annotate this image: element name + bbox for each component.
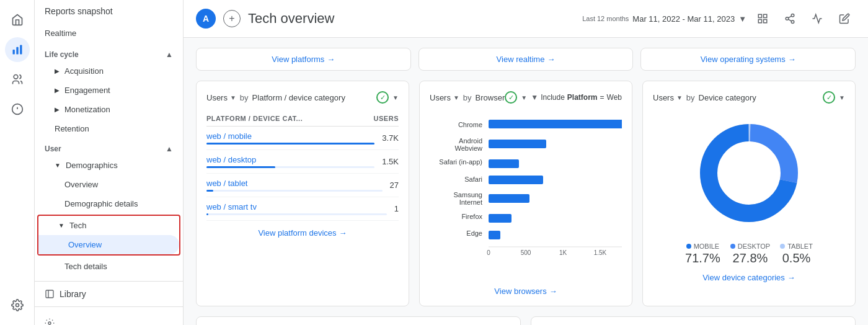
table-row[interactable]: web / smart tv 1	[206, 197, 399, 221]
browser-label-chrome: Chrome	[458, 121, 482, 128]
retention-nav[interactable]: Retention	[35, 119, 183, 138]
card3-dropdown-icon[interactable]: ▼	[676, 94, 683, 101]
expand-icon: ▼	[58, 222, 64, 229]
bar-container	[206, 190, 383, 192]
settings-nav[interactable]	[35, 312, 183, 325]
reports-snapshot-nav[interactable]: Reports snapshot	[35, 0, 183, 22]
view-operating-systems-card[interactable]: View operating systems →	[640, 48, 856, 71]
expand-icon: ▶	[55, 87, 60, 94]
overview-nav[interactable]: Overview	[35, 175, 183, 194]
view-realtime-link[interactable]: View realtime →	[497, 55, 556, 64]
row-label: web / smart tv	[206, 202, 387, 211]
svg-text:1.5K: 1.5K	[594, 249, 607, 256]
col-platform-header: PLATFORM / DEVICE CAT...	[206, 115, 303, 122]
svg-point-17	[791, 20, 794, 24]
monetization-nav[interactable]: ▶ Monetization	[35, 100, 183, 119]
arrow-icon: →	[327, 55, 335, 64]
library-label: Library	[60, 289, 86, 299]
bar-fill	[206, 166, 275, 168]
tech-nav[interactable]: ▼ Tech	[38, 216, 179, 235]
demographics-nav[interactable]: ▼ Demographics	[35, 156, 183, 175]
row-value: 1.5K	[382, 157, 399, 166]
date-range-picker[interactable]: Last 12 months Mar 11, 2022 - Mar 11, 20…	[582, 14, 746, 24]
browser-bar-chart-svg: Chrome Android Webview Safari (in-app) S…	[430, 114, 622, 275]
legend-mobile: MOBILE 71.7%	[685, 243, 720, 265]
avatar[interactable]: A	[196, 9, 216, 29]
expand-icon: ▼	[55, 162, 61, 169]
mobile-dot	[686, 244, 691, 249]
analytics-nav-icon[interactable]	[5, 37, 30, 62]
card3-metric[interactable]: Users	[653, 93, 674, 102]
row-value: 27	[390, 180, 399, 190]
view-platform-devices-link[interactable]: View platform devices →	[258, 228, 347, 238]
customize-report-button[interactable]	[751, 7, 774, 30]
view-device-categories-link[interactable]: View device categories →	[702, 273, 795, 282]
card3-settings-dropdown[interactable]: ▼	[839, 94, 845, 101]
table-row[interactable]: web / tablet 27	[206, 174, 399, 197]
svg-rect-1	[16, 47, 18, 55]
browser-label-safari-inapp: Safari (in-app)	[439, 158, 482, 166]
realtime-nav[interactable]: Realtime	[35, 22, 183, 44]
svg-text:Internet: Internet	[459, 198, 482, 206]
table-row[interactable]: web / mobile 3.7K	[206, 127, 399, 150]
card1-dimension: Platform / device category	[252, 93, 345, 102]
tablet-dot	[780, 244, 785, 249]
library-nav[interactable]: Library	[35, 282, 183, 306]
share-button[interactable]	[779, 7, 801, 30]
card2-check-icon: ✓	[505, 91, 517, 104]
edit-button[interactable]	[833, 7, 856, 30]
arrow-icon: →	[788, 55, 796, 64]
card2-controls: ✓ ▼ ▼ Include Platform = Web	[505, 91, 622, 104]
view-realtime-card[interactable]: View realtime →	[418, 48, 634, 71]
tablet-value: 0.5%	[782, 251, 811, 265]
view-browsers-link[interactable]: View browsers →	[494, 287, 557, 296]
bar-container	[206, 166, 374, 168]
tech-overview-nav[interactable]: Overview	[38, 235, 179, 254]
browser-chart: Chrome Android Webview Safari (in-app) S…	[430, 111, 622, 279]
engagement-nav[interactable]: ▶ Engagement	[35, 81, 183, 100]
insights-nav-icon[interactable]	[5, 97, 30, 122]
svg-rect-12	[764, 14, 767, 17]
lifecycle-section-header[interactable]: Life cycle ▲	[35, 44, 183, 61]
svg-text:1K: 1K	[559, 249, 567, 256]
icon-sidebar	[0, 0, 35, 325]
expand-icon: ▶	[55, 106, 60, 113]
people-nav-icon[interactable]	[5, 67, 30, 92]
acquisition-nav[interactable]: ▶ Acquisition	[35, 61, 183, 81]
browser-label-safari: Safari	[464, 176, 482, 183]
card2-dropdown-icon[interactable]: ▼	[453, 94, 459, 101]
arrow-icon: →	[547, 55, 555, 64]
acquisition-label: Acquisition	[64, 66, 104, 76]
view-platforms-card[interactable]: View platforms →	[196, 48, 411, 71]
svg-rect-11	[758, 14, 761, 17]
date-range-chevron: ▼	[738, 14, 746, 24]
card1-header: Users ▼ by Platform / device category ✓ …	[206, 91, 399, 104]
table-row[interactable]: web / desktop 1.5K	[206, 150, 399, 174]
view-os-link[interactable]: View operating systems →	[701, 55, 796, 64]
view-platforms-link[interactable]: View platforms →	[272, 55, 335, 64]
browser-label-edge: Edge	[466, 229, 482, 237]
tech-details-nav[interactable]: Tech details	[35, 257, 183, 276]
card1-table-body: web / mobile 3.7K web / desktop 1.5K web…	[206, 127, 399, 221]
demographic-details-nav[interactable]: Demographic details	[35, 194, 183, 213]
svg-rect-27	[489, 214, 512, 223]
card1-dropdown-icon[interactable]: ▼	[230, 94, 236, 101]
card2-metric[interactable]: Users	[430, 93, 451, 102]
bar-container	[206, 143, 374, 145]
user-section-header[interactable]: User ▲	[35, 138, 183, 156]
card2-settings-dropdown[interactable]: ▼	[521, 94, 527, 101]
add-button[interactable]: +	[223, 10, 241, 27]
svg-rect-14	[764, 20, 767, 23]
home-nav-icon[interactable]	[5, 7, 30, 32]
svg-point-7	[16, 304, 19, 307]
compare-button[interactable]	[806, 7, 828, 30]
card1-metric[interactable]: Users	[206, 93, 228, 102]
settings-nav-icon[interactable]	[5, 293, 30, 318]
bar-fill	[206, 213, 208, 215]
card1-footer: View platform devices →	[206, 228, 399, 238]
svg-rect-23	[489, 159, 519, 168]
main-content: A + Tech overview Last 12 months Mar 11,…	[184, 0, 868, 325]
reports-snapshot-label: Reports snapshot	[45, 6, 113, 16]
card1-settings-dropdown[interactable]: ▼	[392, 94, 399, 101]
svg-point-15	[791, 14, 794, 17]
